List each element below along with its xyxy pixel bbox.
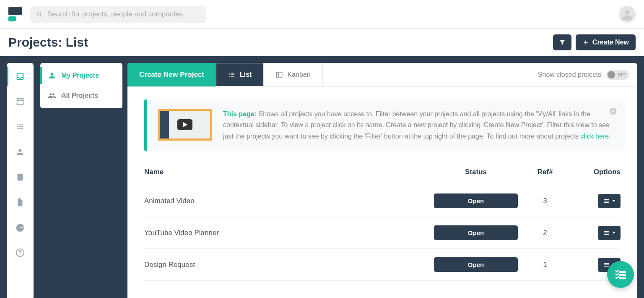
play-icon	[177, 119, 192, 130]
tab-list-label: List	[240, 71, 252, 78]
header-options: Options	[570, 168, 621, 176]
main-wrap: My Projects All Projects Create New Proj…	[0, 56, 644, 298]
rail-inbox[interactable]	[15, 71, 25, 81]
caret-down-icon	[612, 200, 615, 202]
info-video-thumb[interactable]	[158, 109, 212, 141]
plus-icon	[582, 39, 589, 46]
rail-building[interactable]	[15, 172, 25, 182]
search-box[interactable]	[30, 6, 206, 23]
header-name: Name	[144, 168, 432, 176]
show-closed-label: Show closed projects	[538, 71, 601, 78]
show-closed-wrap: Show closed projects OFF	[538, 70, 629, 80]
row-options-button[interactable]	[598, 194, 621, 208]
rail-help[interactable]	[15, 248, 25, 258]
filter-button[interactable]	[553, 34, 571, 50]
project-name[interactable]: YouTube Video Planner	[144, 229, 432, 237]
rail-chart[interactable]	[15, 222, 25, 233]
table-header: Name Status Ref# Options	[144, 159, 621, 185]
svg-rect-3	[277, 72, 279, 77]
fab-checklist[interactable]	[607, 261, 634, 288]
checklist-icon	[614, 268, 627, 281]
project-ref: 3	[520, 197, 570, 205]
list-icon	[16, 122, 25, 131]
user-icon	[620, 7, 634, 21]
menu-icon	[603, 230, 610, 236]
show-closed-toggle[interactable]: OFF	[606, 70, 629, 80]
content-panel: Create New Project List Kanban Show clos…	[127, 63, 637, 298]
page-title: Projects: List	[8, 35, 88, 50]
app-logo[interactable]	[8, 7, 22, 21]
svg-rect-4	[279, 72, 283, 77]
rail-list[interactable]	[15, 122, 25, 132]
document-icon	[16, 198, 25, 207]
building-icon	[16, 173, 25, 182]
svg-point-1	[625, 10, 629, 15]
info-close-button[interactable]	[609, 107, 617, 115]
list-icon	[228, 71, 236, 78]
info-body: Shows all projects you have access to. F…	[223, 110, 610, 140]
search-icon	[36, 10, 43, 18]
close-icon	[609, 107, 617, 115]
person-icon	[48, 71, 56, 80]
info-link[interactable]: click here	[581, 133, 609, 140]
tabs-row: Create New Project List Kanban Show clos…	[127, 63, 637, 87]
inbox-icon	[16, 72, 25, 81]
rail-document[interactable]	[15, 197, 25, 207]
header-ref: Ref#	[520, 168, 570, 176]
info-box: This page: Shows all projects you have a…	[144, 99, 625, 151]
person-icon	[16, 147, 25, 157]
table-row: Animated Video Open 3	[144, 185, 621, 217]
sidebar-item-my-projects[interactable]: My Projects	[40, 65, 122, 86]
status-pill[interactable]: Open	[434, 257, 518, 272]
table-row: Design Request Open 1	[144, 249, 621, 281]
rail-window[interactable]	[15, 97, 25, 107]
filter-icon	[559, 39, 566, 46]
table-row: YouTube Video Planner Open 2	[144, 217, 621, 249]
project-ref: 2	[520, 229, 570, 237]
menu-icon	[603, 198, 610, 204]
tab-kanban-label: Kanban	[287, 71, 310, 78]
info-prefix: This page:	[223, 110, 257, 118]
toggle-off-label: OFF	[618, 73, 626, 77]
sub-sidebar: My Projects All Projects	[40, 63, 122, 108]
create-new-label: Create New	[592, 39, 629, 46]
sidebar-item-all-projects[interactable]: All Projects	[40, 86, 122, 106]
info-text: This page: Shows all projects you have a…	[223, 109, 614, 142]
projects-table: Name Status Ref# Options Animated Video …	[144, 159, 621, 281]
search-input[interactable]	[47, 10, 200, 18]
caret-down-icon	[612, 232, 615, 234]
rail-person[interactable]	[15, 147, 25, 157]
project-name[interactable]: Animated Video	[144, 197, 432, 205]
window-icon	[16, 97, 25, 106]
tab-kanban[interactable]: Kanban	[264, 63, 322, 86]
menu-icon	[603, 261, 610, 268]
help-icon	[16, 248, 25, 257]
status-pill[interactable]: Open	[434, 225, 518, 240]
all-projects-label: All Projects	[61, 92, 98, 99]
page-header: Projects: List Create New	[0, 29, 644, 56]
pie-chart-icon	[16, 223, 25, 232]
info-after: .	[609, 133, 610, 140]
header-status: Status	[432, 168, 520, 176]
kanban-icon	[275, 71, 283, 78]
people-icon	[48, 91, 56, 100]
user-avatar[interactable]	[619, 6, 636, 23]
project-ref: 1	[520, 261, 570, 269]
tab-create-project[interactable]: Create New Project	[127, 63, 216, 86]
row-options-button[interactable]	[598, 226, 621, 240]
top-header	[0, 0, 644, 29]
tab-create-label: Create New Project	[139, 71, 204, 79]
create-new-button[interactable]: Create New	[576, 34, 636, 50]
nav-rail	[7, 63, 34, 298]
tab-list[interactable]: List	[216, 63, 264, 86]
status-pill[interactable]: Open	[434, 193, 518, 208]
my-projects-label: My Projects	[61, 72, 99, 79]
project-name[interactable]: Design Request	[144, 261, 432, 269]
